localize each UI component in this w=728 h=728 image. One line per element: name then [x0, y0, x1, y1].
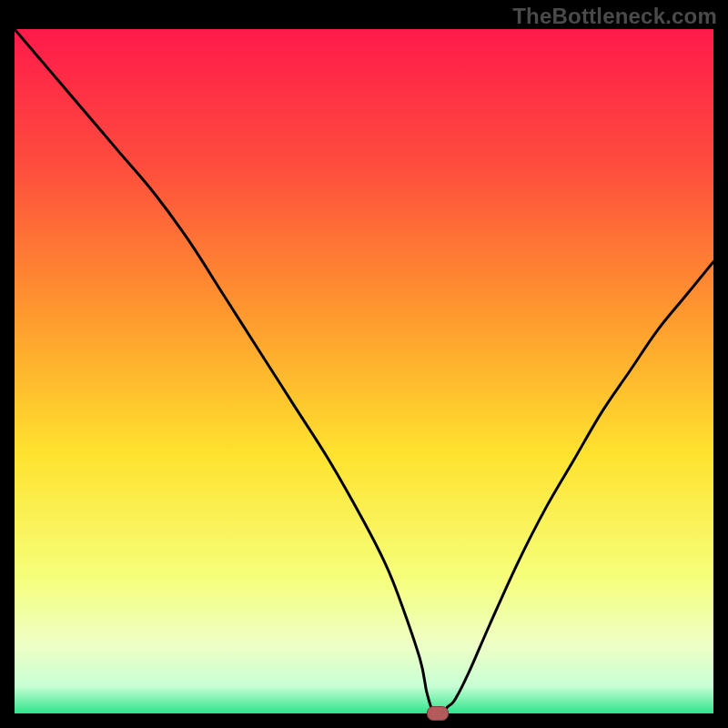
- chart-svg: [15, 29, 713, 713]
- chart-plot: [15, 29, 713, 713]
- watermark-text: TheBottleneck.com: [512, 4, 717, 29]
- optimal-point-marker: [427, 706, 449, 721]
- chart-background-gradient: [15, 29, 713, 713]
- chart-frame: TheBottleneck.com: [0, 0, 728, 728]
